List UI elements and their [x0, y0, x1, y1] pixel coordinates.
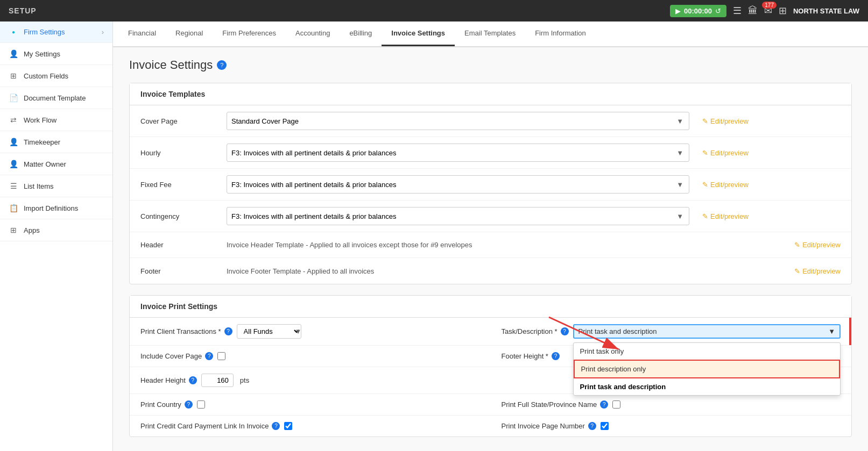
grid-icon[interactable]: ⊞ — [779, 5, 787, 17]
topbar-right: ▶ 00:00:00 ↺ ☰ 🏛 ✉ 177 ⊞ NORTH STATE LAW — [670, 5, 859, 17]
help-icon[interactable]: ? — [272, 422, 280, 430]
print-full-state-checkbox[interactable] — [612, 400, 620, 409]
sidebar-item-list-items[interactable]: ☰ List Items — [0, 175, 112, 197]
print-credit-card-label: Print Credit Card Payment Link In Invoic… — [140, 422, 280, 430]
fixed-fee-edit-link[interactable]: ✎ Edit/preview — [702, 181, 749, 189]
header-edit-link[interactable]: ✎ Edit/preview — [794, 241, 841, 249]
header-control: Invoice Header Template - Applied to all… — [227, 241, 841, 249]
help-icon[interactable]: ? — [224, 327, 232, 335]
include-cover-page-cell: Include Cover Page ? — [130, 346, 491, 367]
contingency-edit-link[interactable]: ✎ Edit/preview — [702, 212, 749, 220]
sidebar-item-label: Timekeeper — [24, 138, 60, 146]
print-client-label: Print Client Transactions * ? — [140, 327, 232, 335]
sidebar-item-label: Document Template — [24, 94, 86, 102]
timer-button[interactable]: ▶ 00:00:00 ↺ — [670, 5, 726, 17]
fixed-fee-select-wrapper[interactable]: F3: Invoices with all pertinent details … — [227, 175, 689, 194]
import-icon: 📋 — [9, 204, 18, 212]
header-row: Header Invoice Header Template - Applied… — [130, 232, 851, 258]
hourly-select-wrapper[interactable]: F3: Invoices with all pertinent details … — [227, 144, 689, 162]
sidebar-item-matter-owner[interactable]: 👤 Matter Owner — [0, 153, 112, 175]
cover-page-edit-link[interactable]: ✎ Edit/preview — [702, 117, 749, 125]
sidebar-item-label: Firm Settings — [24, 28, 65, 36]
invoice-templates-section: Invoice Templates Cover Page Standard Co… — [129, 83, 852, 284]
timekeeper-icon: 👤 — [9, 138, 18, 146]
include-cover-page-checkbox[interactable] — [217, 352, 225, 360]
hourly-select[interactable]: F3: Invoices with all pertinent details … — [227, 144, 671, 161]
task-desc-current-value: Print task and description — [578, 327, 829, 335]
print-row-4: Print Country ? Print Full State/Provinc… — [130, 394, 851, 416]
print-invoice-page-checkbox[interactable] — [601, 422, 609, 430]
fixed-fee-select[interactable]: F3: Invoices with all pertinent details … — [227, 176, 671, 193]
print-country-label: Print Country ? — [140, 400, 193, 409]
help-icon[interactable]: ? — [205, 352, 213, 360]
print-client-transactions-cell: Print Client Transactions * ? All Funds … — [130, 318, 491, 345]
edit-icon: ✎ — [702, 149, 708, 157]
help-icon[interactable]: ? — [561, 327, 569, 335]
tab-firm-information[interactable]: Firm Information — [525, 22, 596, 46]
print-credit-card-checkbox[interactable] — [284, 422, 292, 430]
help-icon[interactable]: ? — [600, 400, 608, 409]
dropdown-arrow-icon: ▼ — [671, 117, 689, 125]
header-height-input[interactable] — [201, 374, 234, 387]
mail-badge: 177 — [762, 2, 777, 9]
cover-page-select-wrapper[interactable]: Standard Cover Page ▼ — [227, 112, 689, 130]
tab-firm-preferences[interactable]: Firm Preferences — [213, 22, 286, 46]
tab-regional[interactable]: Regional — [166, 22, 213, 46]
firm-name: NORTH STATE LAW — [793, 7, 859, 15]
help-icon[interactable]: ? — [552, 352, 560, 360]
contingency-select[interactable]: F3: Invoices with all pertinent details … — [227, 207, 671, 225]
help-icon[interactable]: ? — [185, 400, 193, 409]
tab-email-templates[interactable]: Email Templates — [455, 22, 525, 46]
sidebar-item-import-definitions[interactable]: 📋 Import Definitions — [0, 197, 112, 219]
sidebar-item-document-template[interactable]: 📄 Document Template — [0, 87, 112, 109]
sidebar-item-label: Apps — [24, 226, 40, 234]
print-row-5: Print Credit Card Payment Link In Invoic… — [130, 416, 851, 436]
edit-icon: ✎ — [794, 241, 800, 249]
workflow-icon: ⇄ — [9, 116, 18, 124]
tab-accounting[interactable]: Accounting — [286, 22, 340, 46]
cover-page-select[interactable]: Standard Cover Page — [227, 112, 671, 130]
footer-row: Footer Invoice Footer Template - Applied… — [130, 258, 851, 284]
help-icon[interactable]: ? — [217, 60, 227, 70]
grid-small-icon: ⊞ — [9, 71, 18, 80]
list-icon[interactable]: ☰ — [733, 5, 742, 17]
sidebar-item-timekeeper[interactable]: 👤 Timekeeper — [0, 131, 112, 153]
print-country-cell: Print Country ? — [130, 394, 491, 415]
print-country-checkbox[interactable] — [197, 400, 205, 409]
right-border-indicator — [849, 318, 851, 345]
sidebar-item-apps[interactable]: ⊞ Apps — [0, 219, 112, 241]
contingency-row: Contingency F3: Invoices with all pertin… — [130, 201, 851, 232]
owner-icon: 👤 — [9, 160, 18, 168]
sidebar-item-firm-settings[interactable]: ● Firm Settings › — [0, 22, 112, 43]
tab-ebilling[interactable]: eBilling — [340, 22, 382, 46]
building-icon[interactable]: 🏛 — [748, 5, 758, 17]
dropdown-option-task-desc[interactable]: Print task and description — [574, 378, 840, 395]
print-full-state-cell: Print Full State/Province Name ? — [491, 394, 852, 415]
print-client-transactions-select[interactable]: All Funds — [237, 324, 301, 339]
hourly-edit-link[interactable]: ✎ Edit/preview — [702, 149, 749, 157]
fixed-fee-row: Fixed Fee F3: Invoices with all pertinen… — [130, 169, 851, 201]
tab-financial[interactable]: Financial — [118, 22, 166, 46]
dropdown-arrow-icon: ▼ — [671, 181, 689, 189]
contingency-select-wrapper[interactable]: F3: Invoices with all pertinent details … — [227, 207, 689, 225]
tab-bar: Financial Regional Firm Preferences Acco… — [113, 22, 868, 47]
print-full-state-label: Print Full State/Province Name ? — [502, 400, 609, 409]
mail-icon[interactable]: ✉ 177 — [764, 5, 772, 17]
hourly-control: F3: Invoices with all pertinent details … — [227, 144, 841, 162]
include-cover-label: Include Cover Page ? — [140, 352, 213, 360]
sidebar-item-my-settings[interactable]: 👤 My Settings — [0, 43, 112, 65]
footer-edit-link[interactable]: ✎ Edit/preview — [794, 267, 841, 275]
tab-invoice-settings[interactable]: Invoice Settings — [382, 22, 455, 46]
dropdown-option-task-only[interactable]: Print task only — [574, 343, 840, 360]
edit-icon: ✎ — [702, 117, 708, 125]
print-invoice-page-label: Print Invoice Page Number ? — [502, 422, 596, 430]
task-desc-label: Task/Description * ? — [502, 327, 569, 335]
task-desc-select-header[interactable]: Print task and description ▼ — [573, 324, 841, 339]
help-icon[interactable]: ? — [588, 422, 596, 430]
help-icon[interactable]: ? — [189, 376, 197, 384]
header-label: Header — [140, 241, 227, 249]
apps-icon: ⊞ — [9, 226, 18, 234]
dropdown-option-desc-only[interactable]: Print description only — [574, 360, 840, 378]
sidebar-item-work-flow[interactable]: ⇄ Work Flow — [0, 109, 112, 131]
sidebar-item-custom-fields[interactable]: ⊞ Custom Fields — [0, 65, 112, 87]
